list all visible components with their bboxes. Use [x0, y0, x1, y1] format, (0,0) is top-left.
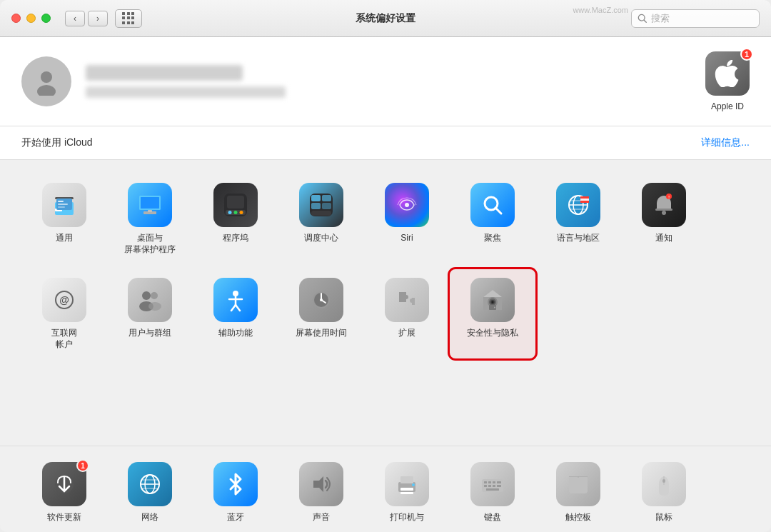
accessibility-label: 辅助功能 [218, 328, 253, 339]
trackpad-label: 触控板 [565, 512, 591, 523]
softwareupdate-label: 软件更新 [47, 512, 81, 523]
trackpad-icon [556, 462, 600, 506]
pref-dock[interactable]: 程序坞 [193, 174, 278, 264]
general-icon [42, 183, 86, 227]
content-area: 1 Apple ID 开始使用 iCloud 详细信息... [0, 37, 771, 532]
svg-point-21 [240, 211, 243, 214]
security-icon [470, 278, 515, 322]
maximize-button[interactable] [41, 14, 51, 23]
dock-icon [213, 183, 258, 227]
svg-point-47 [142, 291, 151, 300]
icons-row-2: @ 互联网帐户 用户与群组 [21, 269, 750, 358]
svg-rect-90 [497, 485, 501, 487]
svg-rect-14 [141, 197, 159, 209]
pref-mission[interactable]: 调度中心 [278, 174, 364, 264]
screentime-icon [299, 278, 343, 322]
users-label: 用户与群组 [128, 328, 171, 339]
svg-rect-83 [484, 481, 487, 483]
svg-rect-38 [580, 196, 589, 199]
language-label: 语言与地区 [557, 233, 600, 244]
grid-view-button[interactable] [115, 9, 142, 28]
svg-rect-87 [484, 485, 487, 487]
pref-mouse[interactable]: 鼠标 [621, 453, 707, 532]
minimize-button[interactable] [26, 14, 36, 23]
svg-rect-25 [322, 195, 331, 201]
svg-rect-78 [400, 476, 413, 483]
close-button[interactable] [11, 14, 21, 23]
pref-trackpad[interactable]: 触控板 [535, 453, 621, 532]
profile-info [86, 65, 705, 98]
svg-text:@: @ [59, 294, 69, 306]
svg-point-29 [405, 203, 409, 207]
svg-point-60 [320, 298, 323, 301]
keyboard-label: 键盘 [484, 512, 501, 523]
svg-rect-80 [400, 492, 413, 494]
icloud-details-link[interactable]: 详细信息... [701, 136, 750, 149]
svg-line-54 [231, 305, 236, 311]
search-box[interactable]: 搜索 [631, 9, 760, 28]
softwareupdate-icon: 1 [42, 462, 86, 506]
svg-point-81 [412, 483, 415, 486]
back-button[interactable]: ‹ [65, 11, 85, 26]
pref-accessibility[interactable]: 辅助功能 [193, 269, 278, 358]
svg-rect-8 [58, 201, 64, 202]
pref-network[interactable]: 网络 [107, 453, 193, 532]
pref-spotlight[interactable]: 聚焦 [450, 174, 535, 264]
svg-point-3 [37, 85, 56, 96]
svg-rect-88 [488, 485, 491, 487]
search-icon [638, 14, 647, 24]
pref-desktop[interactable]: 桌面与屏幕保护程序 [107, 174, 193, 264]
forward-button[interactable]: › [88, 11, 108, 26]
profile-email [86, 86, 286, 98]
svg-rect-79 [400, 488, 413, 491]
siri-icon [385, 183, 429, 227]
svg-rect-26 [311, 203, 321, 209]
svg-rect-92 [569, 476, 588, 493]
titlebar: ‹ › 系统偏好设置 www.MacZ.com 搜索 [0, 0, 771, 37]
pref-keyboard[interactable]: 键盘 [450, 453, 535, 532]
sound-label: 声音 [313, 512, 330, 523]
svg-point-2 [41, 71, 52, 83]
icons-area: 通用 [0, 160, 771, 446]
pref-security[interactable]: 安全性与隐私 [450, 269, 535, 358]
svg-rect-24 [311, 195, 321, 201]
svg-rect-84 [488, 481, 491, 483]
grid-icon [122, 12, 135, 25]
pref-users[interactable]: 用户与群组 [107, 269, 193, 358]
pref-extensions[interactable]: 扩展 [364, 269, 450, 358]
spotlight-icon [470, 183, 515, 227]
avatar-icon [32, 67, 61, 96]
svg-rect-96 [662, 479, 665, 483]
pref-language[interactable]: 语言与地区 [535, 174, 621, 264]
apple-id-section[interactable]: 1 Apple ID [705, 51, 750, 111]
icons-row-3: 1 软件更新 [21, 453, 750, 532]
pref-internet[interactable]: @ 互联网帐户 [21, 269, 107, 358]
svg-rect-16 [148, 210, 152, 212]
svg-rect-85 [493, 481, 495, 483]
svg-rect-41 [655, 209, 672, 211]
pref-siri[interactable]: Siri [364, 174, 450, 264]
svg-rect-27 [322, 203, 331, 209]
mission-icon [299, 183, 343, 227]
apple-id-badge: 1 [740, 48, 753, 61]
pref-bluetooth[interactable]: 蓝牙 [193, 453, 278, 532]
printer-label: 打印机与 [390, 512, 424, 523]
accessibility-icon [213, 278, 258, 322]
search-placeholder: 搜索 [651, 12, 753, 25]
svg-point-49 [151, 292, 158, 299]
pref-screentime[interactable]: 屏幕使用时间 [278, 269, 364, 358]
desktop-label: 桌面与屏幕保护程序 [124, 233, 176, 255]
svg-marker-76 [313, 476, 323, 492]
network-icon [128, 462, 172, 506]
pref-general[interactable]: 通用 [21, 174, 107, 264]
svg-point-20 [234, 211, 238, 214]
pref-notifications[interactable]: ! 通知 [621, 174, 707, 264]
svg-rect-86 [497, 481, 501, 483]
language-icon [556, 183, 600, 227]
network-label: 网络 [141, 512, 158, 523]
pref-printer[interactable]: 打印机与 [364, 453, 450, 532]
pref-softwareupdate[interactable]: 1 软件更新 [21, 453, 107, 532]
profile-section: 1 Apple ID [0, 37, 771, 126]
siri-label: Siri [400, 233, 413, 244]
pref-sound[interactable]: 声音 [278, 453, 364, 532]
